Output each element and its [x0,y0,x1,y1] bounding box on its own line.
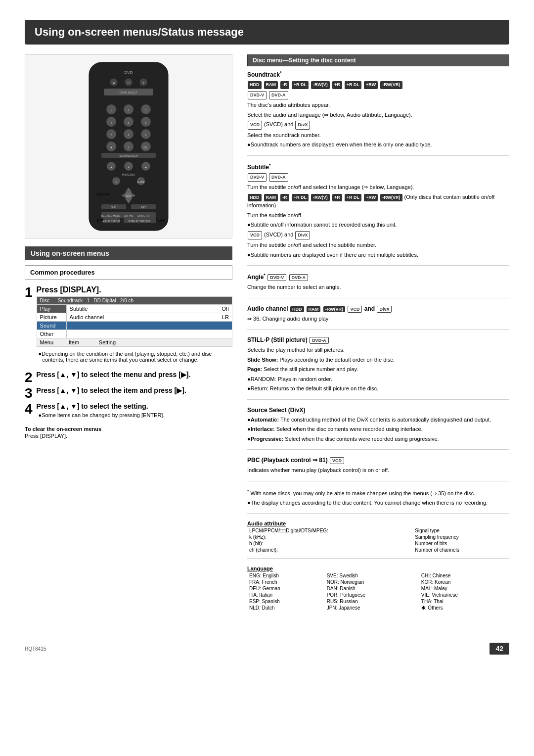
audio-attr-table: LPCM/PPCM/□□Digital/DTS/MPEG: Signal typ… [247,527,509,553]
lang-eng: ENG: English [247,572,325,579]
svg-text:PROG/REV: PROG/REV [122,173,135,176]
page-number: 42 [490,643,509,655]
svg-text:▶: ▶ [145,166,147,169]
attr-val-1: Signal type [413,527,509,534]
right-column: Disc menu—Setting the disc content Sound… [247,54,509,623]
common-procedures-label: Common procedures [30,269,95,276]
menu-table: Disc Soundtrack 1 DD Digital 2/0 ch Play… [37,296,232,347]
badge-sub-plusrdl: +R DL [292,194,309,202]
lang-nor: NOR: Norwegian [325,579,419,585]
badge-pbc-vcd: VCD [330,457,344,464]
disc-menu-title: Disc menu—Setting the disc content [253,57,356,64]
lang-por: POR: Portuguese [325,592,419,598]
badge-angle-dvdv: DVD-V [267,274,286,281]
svg-text:TV: TV [127,81,131,84]
menu-cell-sound: Sound [37,322,66,330]
soundtrack-vcd: VCD (SVCD) and DivX [247,120,509,130]
angle-footnote: * [264,273,266,278]
badge-sub-ram: RAM [264,194,278,202]
language-section: Language ENG: English SVE: Swedish CHI: … [247,566,509,616]
badge-sub-hdd: HDD [248,194,262,202]
page-title: Using on-screen menus/Status message [35,26,499,39]
svg-text:ENTER: ENTER [96,192,110,196]
menu-row-other: Other [37,330,232,338]
clear-header: To clear the on-screen menus [25,426,232,432]
subtitle-footnote: * [269,163,271,168]
svg-text:3: 3 [145,109,147,112]
menu-footer: Menu Item Setting [37,338,232,347]
remote-image: DVD ⏻ TV ⊕ DRIVE SELECT 1 [25,54,232,238]
subtitle-turn-off: Turn the subtitle on/off. [247,211,509,220]
badge-ac-ram: RAM [307,306,321,312]
setting-label: Setting [99,339,116,345]
svg-text:RET: RET [141,206,146,209]
badge-dvdv: DVD-V [248,91,267,100]
svg-text:REC MODE: REC MODE [107,214,121,217]
badge-sub-r: -R [280,194,289,202]
attr-label-1: LPCM/PPCM/□□Digital/DTS/MPEG: [247,527,413,534]
section-source-select: Source Select (DivX) ●Automatic: The con… [247,407,509,450]
svg-text:SLOW/SEARCH: SLOW/SEARCH [120,154,138,157]
lang-mal: MAL: Malay [419,585,509,592]
step-4-content: Press [▲, ▼] to select the setting. ●Som… [37,402,232,420]
still-p-slide-label: Slide Show: [247,357,278,363]
badge-sub-rwvr: -RW(VR) [380,194,402,202]
soundtrack-title: Soundtrack* [247,70,509,78]
lang-ita: ITA: Italian [247,592,325,598]
still-p-page: Page: Select the still picture number an… [247,365,509,374]
badge-sub-rwv: -RW(V) [311,194,330,202]
badge-plusrw: +RW [364,81,378,89]
svg-text:6: 6 [145,121,147,124]
svg-text:4: 4 [111,121,112,124]
soundtrack-text2: Select the audio and language (⇒ below, … [247,111,509,119]
item-label: Item [69,339,79,345]
common-procedures-box: Common procedures [25,265,232,280]
left-column: DVD ⏻ TV ⊕ DRIVE SELECT 1 [25,54,232,623]
lang-row-5: ESP: Spanish RUS: Russian THA: Thai [247,598,509,605]
lang-row-2: FRA: French NOR: Norwegian KOR: Korean [247,579,509,585]
angle-text: Change the number to select an angle. [247,283,509,291]
remote-svg: DVD ⏻ TV ⊕ DRIVE SELECT 1 [69,60,188,233]
disc-menu-header: Disc menu—Setting the disc content [247,54,509,66]
step-4-title: Press [▲, ▼] to select the setting. [37,402,232,410]
attr-label-4: ch (channel): [247,547,413,553]
still-p-title: STILL-P (Still picture) DVD-A [247,336,509,344]
subtitle-vcd-text: Turn the subtitle on/off and select the … [247,241,509,249]
still-p-return: ●Return: Returns to the default still pi… [247,384,509,393]
svg-text:ℹ: ℹ [116,181,117,184]
badge-angle-dvda: DVD-A [289,274,309,281]
subtitle-vcd-note: ●Subtitle numbers are displayed even if … [247,251,509,259]
lang-sve: SVE: Swedish [325,572,419,579]
badge-r: -R [280,81,289,89]
menu-cell-other-val [66,330,232,338]
model-number: RQT8415 [25,646,46,652]
subtitle-badges-outline: DVD-V DVD-A [247,173,509,182]
still-p-page-label: Page: [247,366,262,372]
subtitle-title: Subtitle* [247,163,509,171]
step-1-number: 1 [25,285,33,299]
section-subtitle: Subtitle* DVD-V DVD-A Turn the subtitle … [247,163,509,266]
menu-cell-audio: Audio channel LR [66,313,232,322]
menu-row-footer: Menu Item Setting [37,338,232,347]
lang-tha: THA: Thai [419,598,509,605]
lang-row-1: ENG: English SVE: Swedish CHI: Chinese [247,572,509,579]
section-pbc: PBC (Playback control ⇒ 81) VCD Indicate… [247,457,509,481]
page: Using on-screen menus/Status message DVD… [0,0,534,684]
step-1-note: ●Depending on the condition of the unit … [37,351,232,363]
section-title: Using on-screen menus [31,249,109,257]
still-p-random: ●RANDOM: Plays in random order. [247,375,509,383]
soundtrack-vcd-text: Select the soundtrack number. [247,131,509,140]
step-4: 4 Press [▲, ▼] to select the setting. ●S… [25,402,232,420]
footnote-1: * With some discs, you may only be able … [247,488,509,497]
menu-cell-subtitle: Subtitle Off [66,305,232,313]
footnote-marker-1: * [247,489,249,494]
attr-label-3: b (bit): [247,540,413,547]
badge-still-dvda: DVD-A [310,337,329,344]
clear-section: To clear the on-screen menus Press [DISP… [25,426,232,439]
section-soundtrack: Soundtrack* HDD RAM -R +R DL -RW(V) +R +… [247,70,509,156]
step-1-title: Press [DISPLAY]. [37,285,232,294]
svg-text:5: 5 [128,121,130,124]
attr-row-4: ch (channel): Number of channels [247,547,509,553]
step-4-note: ●Some items can be changed by pressing [… [37,412,232,418]
pbc-text: Indicates whether menu play (playback co… [247,466,509,474]
